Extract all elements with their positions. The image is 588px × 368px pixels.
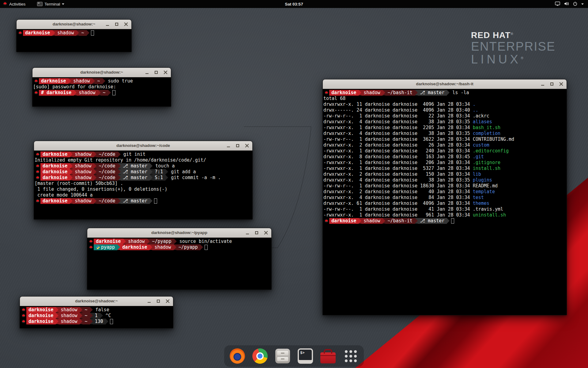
terminal-screen[interactable]: darknoiseshadow~/bash-it⎇ master ls -lat… <box>323 89 567 316</box>
activities-label: Activities <box>9 2 25 6</box>
output-text: aliases <box>473 119 492 125</box>
output-text: -rw-rw-r--. 1 darknoise darknoise 41 Jan… <box>323 206 503 212</box>
dock: $> <box>224 345 364 367</box>
output-text: template <box>473 189 495 194</box>
maximize-button[interactable] <box>156 299 160 303</box>
maximize-button[interactable] <box>115 22 119 26</box>
maximize-button[interactable] <box>550 82 554 86</box>
output-text: drwxrwxr-x. 4 darknoise darknoise 84 Jan… <box>323 195 473 200</box>
titlebar[interactable]: darknoise@shadow:~/pyapp <box>87 228 271 238</box>
terminal-line: darknoiseshadow~/bash-it⎇ master ls -la <box>323 90 566 96</box>
powerline-arrow-icon <box>200 244 203 250</box>
dock-item-terminal[interactable]: $> <box>297 348 314 364</box>
command-text: git init <box>121 151 145 157</box>
prompt-segment-path: ~ <box>82 319 90 324</box>
output-text: -rw-rw-r--. 1 darknoise darknoise 22 Jan… <box>323 113 489 119</box>
output-text: . <box>473 102 476 107</box>
terminal-screen[interactable]: darknoiseshadow~/code git initInitialize… <box>34 151 252 220</box>
close-button[interactable] <box>166 299 169 303</box>
fedora-prompt-icon <box>323 218 329 224</box>
clock[interactable]: Sat 03:57 <box>285 2 303 6</box>
app-grid-icon <box>345 350 357 362</box>
output-text: -rwxrwxr-x. 1 darknoise darknoise 206 Ja… <box>323 160 473 165</box>
terminal-window-home-2[interactable]: darknoise@shadow:~ darknoiseshadow~ fals… <box>20 296 173 328</box>
output-text: drwxrwxr-x. 4 darknoise darknoise 38 Jan… <box>323 131 473 136</box>
prompt-segment-user: darknoise <box>40 198 70 204</box>
close-button[interactable] <box>245 144 249 148</box>
terminal-line: darknoiseshadow~ <box>17 30 131 36</box>
minimize-button[interactable] <box>246 231 249 235</box>
maximize-button[interactable] <box>154 71 158 74</box>
minimize-button[interactable] <box>541 82 545 86</box>
terminal-line: darknoiseshadow~1 ^C <box>21 313 172 319</box>
terminal-window-home-1[interactable]: darknoise@shadow:~ darknoiseshadow~ <box>16 19 132 52</box>
fedora-prompt-icon <box>33 78 39 84</box>
dock-item-firefox[interactable] <box>229 348 246 364</box>
terminal-window-pyapp[interactable]: darknoise@shadow:~/pyapp darknoiseshadow… <box>87 228 272 290</box>
terminal-line: drwxrwxr-x. 2 darknoise darknoise 26 Jan… <box>323 142 566 148</box>
close-button[interactable] <box>264 231 268 235</box>
maximize-button[interactable] <box>255 231 258 235</box>
command-text: ^C <box>103 313 111 318</box>
fedora-prompt-icon <box>35 175 40 181</box>
maximize-button[interactable] <box>236 144 239 148</box>
titlebar[interactable]: darknoise@shadow:~ <box>17 20 131 29</box>
powerline-arrow-icon <box>56 313 58 318</box>
close-button[interactable] <box>164 71 167 74</box>
minimize-button[interactable] <box>106 22 109 26</box>
display-icon <box>555 2 560 7</box>
minimize-button[interactable] <box>145 71 149 74</box>
prompt-segment-user: darknoise <box>329 218 359 224</box>
dock-item-software[interactable] <box>320 348 336 364</box>
prompt-segment-host: shadow <box>73 151 94 157</box>
command-text: git commit -a -m . <box>168 175 221 180</box>
powerline-arrow-icon <box>118 169 121 174</box>
prompt-segment-path: ~/pyapp <box>150 239 174 244</box>
output-text: .editorconfig <box>473 148 509 154</box>
terminal-screen[interactable]: darknoiseshadow~/pyapp source bin/activa… <box>87 238 271 290</box>
close-button[interactable] <box>124 22 128 26</box>
chevron-down-icon <box>62 3 64 5</box>
powerline-arrow-icon <box>150 169 153 174</box>
dock-item-chrome[interactable] <box>252 348 268 364</box>
powerline-arrow-icon <box>415 90 418 95</box>
output-text: drwxrwxr-x. 61 darknoise darknoise 4096 … <box>323 201 473 206</box>
titlebar[interactable]: darknoise@shadow:~/bash-it <box>323 79 567 89</box>
close-button[interactable] <box>559 82 563 86</box>
dock-item-app-grid[interactable] <box>342 348 359 364</box>
prompt-segment-git: ⎇ master <box>121 163 150 169</box>
output-text: drwxrwxr-x. 11 darknoise darknoise 4096 … <box>323 102 473 107</box>
terminal-window-code[interactable]: darknoise@shadow:~/code darknoiseshadow~… <box>34 141 253 220</box>
prompt-segment-path: ~ <box>79 30 86 36</box>
powerline-arrow-icon <box>74 90 77 95</box>
minimize-button[interactable] <box>227 144 230 148</box>
output-text: Initialized empty Git repository in /hom… <box>35 157 206 163</box>
terminal-line: pyappdarknoiseshadow~/pyapp <box>88 244 271 250</box>
system-menu[interactable] <box>551 0 588 8</box>
prompt-segment-host: shadow <box>55 30 76 36</box>
terminal-window-sudo[interactable]: darknoise@shadow:~ darknoiseshadow~ sudo… <box>32 67 171 107</box>
prompt-segment-host: shadow <box>58 319 80 324</box>
app-menu-terminal[interactable]: Terminal <box>34 0 67 8</box>
output-text: [sudo] password for darknoise: <box>33 84 116 90</box>
powerline-arrow-icon <box>70 175 73 180</box>
minimize-button[interactable] <box>147 299 151 303</box>
activities-button[interactable]: Activities <box>0 0 28 8</box>
terminal-line: drwxrwxr-x. 2 darknoise darknoise 150 Ja… <box>323 171 566 177</box>
terminal-screen[interactable]: darknoiseshadow~ <box>17 29 131 53</box>
terminal-window-bash-it[interactable]: darknoise@shadow:~/bash-it darknoiseshad… <box>322 79 567 315</box>
prompt-segment-host: shadow <box>73 169 94 175</box>
output-text: drwx------. 24 darknoise darknoise 4096 … <box>323 107 473 113</box>
powerline-arrow-icon <box>118 163 121 169</box>
prompt-segment-user: darknoise <box>40 169 70 175</box>
terminal-line: create mode 100644 a <box>35 192 252 198</box>
titlebar[interactable]: darknoise@shadow:~ <box>20 297 173 306</box>
output-text: .. <box>473 107 478 113</box>
terminal-screen[interactable]: darknoiseshadow~ sudo true[sudo] passwor… <box>32 77 171 107</box>
titlebar[interactable]: darknoise@shadow:~/code <box>34 141 252 151</box>
dock-item-files[interactable] <box>274 348 291 364</box>
terminal-line: [sudo] password for darknoise: <box>33 84 170 90</box>
terminal-screen[interactable]: darknoiseshadow~ falsedarknoiseshadow~1 … <box>20 306 173 329</box>
output-text: -rwxrwxr-x. 1 darknoise darknoise 2205 J… <box>323 125 473 130</box>
titlebar[interactable]: darknoise@shadow:~ <box>32 68 171 77</box>
